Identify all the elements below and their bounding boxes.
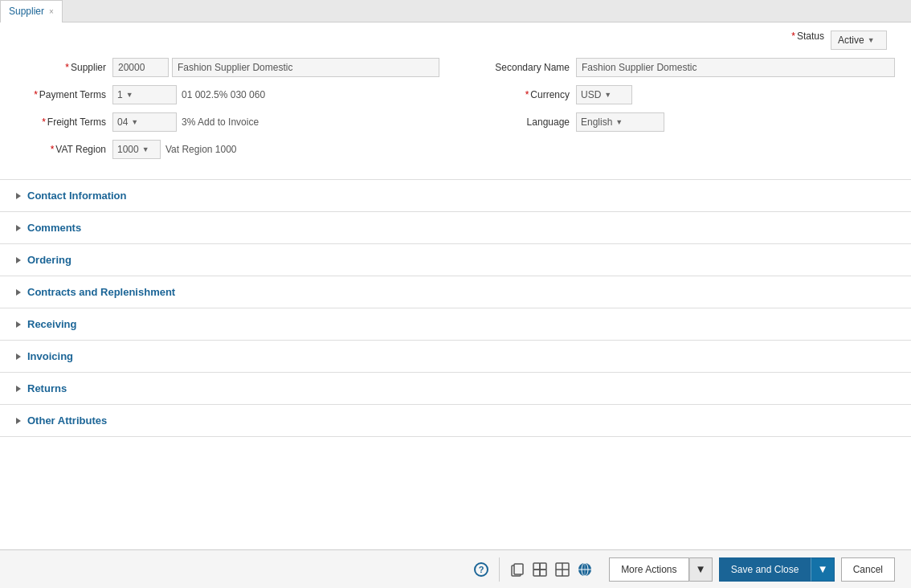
more-actions-button[interactable]: More Actions <box>609 557 688 582</box>
svg-rect-1 <box>514 564 523 574</box>
status-arrow-icon: ▼ <box>868 36 875 44</box>
section-title-other: Other Attributes <box>27 414 107 427</box>
section-header-ordering[interactable]: Ordering <box>0 244 911 276</box>
payment-terms-text: 01 002.5% 030 060 <box>177 89 265 100</box>
chevron-returns-icon <box>16 386 21 392</box>
globe-icon[interactable] <box>575 560 594 579</box>
payment-terms-arrow: ▼ <box>126 91 133 99</box>
supplier-tab[interactable]: Supplier × <box>0 0 63 22</box>
section-invoicing: Invoicing <box>0 341 911 373</box>
section-title-receiving: Receiving <box>27 318 76 330</box>
section-title-contact: Contact Information <box>27 190 127 202</box>
section-ordering: Ordering <box>0 244 911 276</box>
help-icon[interactable]: ? <box>472 560 491 579</box>
clone-icon[interactable] <box>530 560 549 579</box>
svg-rect-2 <box>533 563 540 570</box>
status-row: * Status Active ▼ <box>0 22 911 50</box>
section-contact-information: Contact Information <box>0 180 911 212</box>
svg-rect-4 <box>533 570 540 576</box>
footer: ? <box>0 549 911 588</box>
save-close-group: Save and Close ▼ <box>719 557 835 582</box>
left-fields: *Supplier *Payment Terms 1 ▼ 01 002.5% 0… <box>0 54 456 171</box>
chevron-contracts-icon <box>16 289 21 296</box>
copy-icon[interactable] <box>508 560 527 579</box>
status-select[interactable]: Active ▼ <box>831 31 887 50</box>
vat-region-text: Vat Region 1000 <box>161 144 237 155</box>
chevron-contact-icon <box>16 193 21 199</box>
supplier-name-input[interactable] <box>172 58 439 77</box>
vat-region-arrow: ▼ <box>142 145 149 153</box>
section-header-comments[interactable]: Comments <box>0 212 911 243</box>
language-row: Language English ▼ <box>472 112 895 132</box>
currency-value: USD <box>581 89 601 100</box>
clone-svg <box>533 562 547 577</box>
vat-region-value: 1000 <box>117 144 139 155</box>
status-value: Active <box>838 35 864 46</box>
secondary-name-input[interactable] <box>576 58 895 77</box>
save-close-button[interactable]: Save and Close <box>719 557 811 582</box>
section-header-other[interactable]: Other Attributes <box>0 405 911 436</box>
supplier-label: *Supplier <box>16 62 112 73</box>
vat-region-label: *VAT Region <box>16 144 112 155</box>
language-arrow: ▼ <box>615 118 623 126</box>
section-title-comments: Comments <box>27 222 81 234</box>
payment-required: * <box>34 89 38 100</box>
supplier-required: * <box>65 62 69 73</box>
section-receiving: Receiving <box>0 308 911 341</box>
language-value: English <box>581 116 612 128</box>
secondary-name-label: Secondary Name <box>472 62 576 73</box>
top-section: * Status Active ▼ *Supplier <box>0 22 911 180</box>
status-label: Status <box>797 31 824 50</box>
payment-terms-row: *Payment Terms 1 ▼ 01 002.5% 030 060 <box>16 85 439 104</box>
copy-svg <box>510 562 525 577</box>
chevron-invoicing-icon <box>16 353 21 360</box>
language-select[interactable]: English ▼ <box>576 112 664 132</box>
section-header-contracts[interactable]: Contracts and Replenishment <box>0 276 911 308</box>
currency-label: *Currency <box>472 89 576 100</box>
tab-label: Supplier <box>9 6 44 17</box>
chevron-ordering-icon <box>16 257 21 263</box>
right-fields: Secondary Name *Currency USD ▼ Language <box>456 54 911 171</box>
currency-row: *Currency USD ▼ <box>472 85 895 104</box>
section-header-returns[interactable]: Returns <box>0 373 911 404</box>
more-actions-group: More Actions ▼ <box>609 557 713 582</box>
secondary-name-row: Secondary Name <box>472 58 895 77</box>
supplier-number-input[interactable] <box>112 58 169 77</box>
section-title-returns: Returns <box>27 382 67 394</box>
more-actions-dropdown-button[interactable]: ▼ <box>689 557 713 582</box>
chevron-receiving-icon <box>16 321 21 328</box>
section-header-contact[interactable]: Contact Information <box>0 180 911 211</box>
freight-terms-select[interactable]: 04 ▼ <box>112 112 177 132</box>
vat-region-row: *VAT Region 1000 ▼ Vat Region 1000 <box>16 140 439 159</box>
cancel-button[interactable]: Cancel <box>841 557 895 582</box>
main-content: * Status Active ▼ *Supplier <box>0 22 911 549</box>
save-close-dropdown-button[interactable]: ▼ <box>811 557 834 582</box>
translate-svg <box>555 562 570 577</box>
section-header-invoicing[interactable]: Invoicing <box>0 341 911 372</box>
footer-icons: ? <box>472 557 594 582</box>
freight-required: * <box>42 116 46 128</box>
payment-terms-select[interactable]: 1 ▼ <box>112 85 177 104</box>
sections-container: Contact Information Comments Ordering Co… <box>0 180 911 437</box>
tab-close-icon[interactable]: × <box>49 7 54 16</box>
tab-bar: Supplier × <box>0 0 911 22</box>
freight-terms-label: *Freight Terms <box>16 116 112 128</box>
status-required-star: * <box>791 31 795 50</box>
vat-region-select[interactable]: 1000 ▼ <box>112 140 161 159</box>
save-close-dropdown-arrow: ▼ <box>817 563 827 575</box>
more-actions-dropdown-arrow: ▼ <box>696 563 706 575</box>
chevron-comments-icon <box>16 225 21 231</box>
payment-terms-label: *Payment Terms <box>16 89 112 100</box>
payment-terms-value: 1 <box>117 89 123 100</box>
svg-rect-5 <box>540 570 546 576</box>
globe-svg <box>577 561 593 578</box>
freight-terms-arrow: ▼ <box>131 118 138 126</box>
section-title-contracts: Contracts and Replenishment <box>27 286 175 298</box>
section-header-receiving[interactable]: Receiving <box>0 308 911 340</box>
translate-icon[interactable] <box>553 560 572 579</box>
section-other-attributes: Other Attributes <box>0 405 911 437</box>
separator-1 <box>499 557 500 582</box>
currency-select[interactable]: USD ▼ <box>576 85 632 104</box>
freight-terms-row: *Freight Terms 04 ▼ 3% Add to Invoice <box>16 112 439 132</box>
section-contracts: Contracts and Replenishment <box>0 276 911 308</box>
